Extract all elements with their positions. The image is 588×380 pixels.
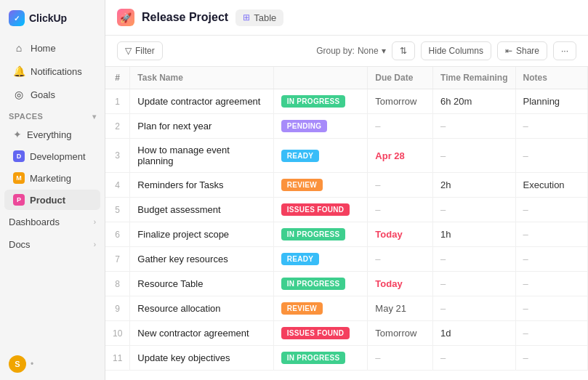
row-task-name: Resource Table [130, 272, 273, 296]
row-due-date: – [368, 247, 433, 272]
dashboards-section[interactable]: Dashboards › [0, 211, 105, 233]
row-time-remaining: – [433, 114, 515, 139]
row-time-remaining: – [433, 247, 515, 272]
nav-home[interactable]: ⌂ Home [4, 37, 100, 59]
marketing-label: Marketing [30, 173, 71, 184]
user-avatar[interactable]: S [9, 355, 26, 373]
row-notes: – [515, 346, 588, 371]
row-num: 3 [105, 139, 130, 173]
everything-label: Everything [27, 129, 71, 140]
marketing-dot: M [13, 172, 25, 184]
sidebar-bottom: S • [0, 348, 105, 380]
spaces-chevron: ▾ [92, 113, 97, 121]
nav-goals[interactable]: ◎ Goals [4, 84, 100, 105]
toolbar: ▽ Filter Group by: None ▾ ⇅ Hide Columns… [105, 36, 588, 67]
row-num: 9 [105, 296, 130, 321]
table-body: 1Update contractor agreementIN PROGRESST… [105, 89, 588, 371]
row-due-date: Today [368, 272, 433, 296]
row-num: 8 [105, 272, 130, 296]
row-task-name: Finalize project scope [130, 222, 273, 247]
project-icon: 🚀 [117, 9, 134, 26]
row-time-remaining: 1d [433, 321, 515, 346]
dashboards-label: Dashboards [9, 217, 60, 227]
row-notes: – [515, 247, 588, 272]
row-task-name: Budget assessment [130, 198, 273, 222]
group-by-control[interactable]: Group by: None ▾ [316, 46, 385, 56]
app-logo[interactable]: ✓ ClickUp [0, 0, 105, 36]
row-status: ISSUES FOUND [273, 321, 368, 346]
everything-icon: ✦ [13, 129, 22, 140]
row-task-name: Gather key resources [130, 247, 273, 272]
nav-notifications[interactable]: 🔔 Notifications [4, 60, 100, 82]
row-num: 6 [105, 222, 130, 247]
table-row[interactable]: 2Plan for next yearPENDING––– [105, 114, 588, 139]
table-row[interactable]: 9Resource allocationREVIEWMay 21–– [105, 296, 588, 321]
row-num: 2 [105, 114, 130, 139]
row-time-remaining: 6h 20m [433, 89, 515, 114]
table-row[interactable]: 5Budget assessmentISSUES FOUND––– [105, 198, 588, 222]
row-num: 4 [105, 173, 130, 198]
filter-button[interactable]: ▽ Filter [117, 41, 163, 60]
nav-notifications-label: Notifications [31, 66, 82, 77]
group-by-value: None [358, 46, 379, 56]
group-by-label: Group by: [316, 46, 355, 56]
table-row[interactable]: 8Resource TableIN PROGRESSToday–– [105, 272, 588, 296]
row-time-remaining: – [433, 272, 515, 296]
row-num: 7 [105, 247, 130, 272]
filter-icon: ▽ [125, 46, 132, 56]
share-button[interactable]: ⇤ Share [497, 41, 547, 60]
docs-chevron: › [94, 240, 96, 248]
row-status: READY [273, 247, 368, 272]
product-label: Product [30, 195, 65, 206]
col-time-remaining: Time Remaining [433, 67, 515, 89]
project-title: Release Project [142, 11, 228, 24]
row-notes: – [515, 139, 588, 173]
row-time-remaining: – [433, 139, 515, 173]
sidebar-item-everything[interactable]: ✦ Everything [4, 124, 100, 145]
bell-icon: 🔔 [13, 65, 25, 77]
row-notes: Planning [515, 89, 588, 114]
product-dot: P [13, 194, 25, 206]
row-due-date: – [368, 173, 433, 198]
table-row[interactable]: 1Update contractor agreementIN PROGRESST… [105, 89, 588, 114]
table-row[interactable]: 6Finalize project scopeIN PROGRESSToday1… [105, 222, 588, 247]
row-due-date: – [368, 346, 433, 371]
sort-button[interactable]: ⇅ [392, 41, 415, 60]
row-status: ISSUES FOUND [273, 198, 368, 222]
docs-section[interactable]: Docs › [0, 233, 105, 256]
table-row[interactable]: 3How to manage event planningREADYApr 28… [105, 139, 588, 173]
dashboards-chevron: › [94, 218, 96, 226]
row-notes: – [515, 114, 588, 139]
table-row[interactable]: 10New contractor agreementISSUES FOUNDTo… [105, 321, 588, 346]
sidebar-item-product[interactable]: P Product [4, 190, 100, 210]
sidebar-item-marketing[interactable]: M Marketing [4, 168, 100, 188]
row-num: 1 [105, 89, 130, 114]
row-notes: – [515, 222, 588, 247]
table-view-tab[interactable]: ⊞ Table [235, 9, 283, 26]
row-due-date: Apr 28 [368, 139, 433, 173]
row-notes: – [515, 272, 588, 296]
table-row[interactable]: 11Update key objectivesIN PROGRESS––– [105, 346, 588, 371]
more-button[interactable]: ··· [553, 41, 576, 60]
sort-icon: ⇅ [400, 46, 407, 56]
avatar-letter: S [15, 360, 20, 368]
row-notes: – [515, 321, 588, 346]
row-status: PENDING [273, 114, 368, 139]
table-row[interactable]: 7Gather key resourcesREADY––– [105, 247, 588, 272]
col-due-date: Due Date [368, 67, 433, 89]
hide-columns-button[interactable]: Hide Columns [421, 41, 491, 60]
filter-label: Filter [135, 46, 155, 56]
nav-home-label: Home [31, 43, 56, 54]
view-label: Table [254, 12, 276, 23]
table-row[interactable]: 4Reminders for TasksREVIEW–2hExecution [105, 173, 588, 198]
share-icon: ⇤ [505, 46, 512, 56]
share-label: Share [516, 46, 539, 56]
row-status: READY [273, 139, 368, 173]
docs-label: Docs [9, 239, 31, 250]
row-status: IN PROGRESS [273, 272, 368, 296]
row-time-remaining: – [433, 198, 515, 222]
row-task-name: Plan for next year [130, 114, 273, 139]
col-task-name: Task Name [130, 67, 273, 89]
sidebar-item-development[interactable]: D Development [4, 146, 100, 166]
row-due-date: – [368, 198, 433, 222]
